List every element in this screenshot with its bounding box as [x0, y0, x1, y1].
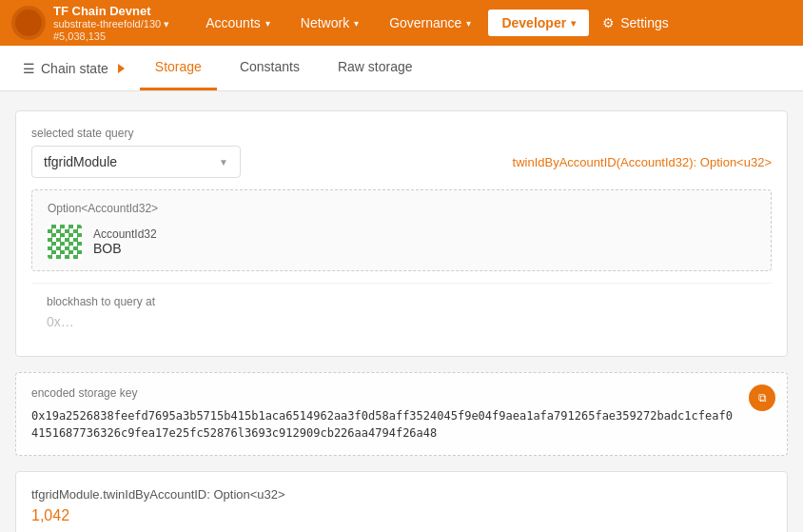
brand-block-num: #5,038,135 [53, 30, 169, 42]
nav-governance[interactable]: Governance ▾ [376, 10, 484, 36]
main-content: selected state query tfgridModule ▼ twin… [0, 91, 803, 532]
encoded-value: 0x19a2526838feefd7695a3b5715b415b1aca651… [31, 407, 772, 442]
subnav-storage[interactable]: Storage [140, 46, 217, 90]
nav-developer[interactable]: Developer ▾ [488, 10, 589, 36]
account-name: BOB [93, 241, 157, 256]
storage-label: Storage [155, 59, 202, 74]
subnav-raw-storage[interactable]: Raw storage [323, 46, 428, 90]
settings-gear-icon: ⚙ [602, 15, 615, 30]
blockhash-section: blockhash to query at 0x… [31, 284, 772, 341]
state-query-inner: selected state query tfgridModule ▼ twin… [16, 111, 787, 356]
blockhash-input[interactable]: 0x… [47, 314, 74, 329]
query-display: twinIdByAccountID(AccountId32): Option<u… [252, 155, 772, 169]
state-query-card: selected state query tfgridModule ▼ twin… [15, 110, 788, 357]
module-select[interactable]: tfgridModule ▼ [31, 146, 241, 178]
result-value: 1,042 [31, 507, 772, 524]
arrow-right-icon [118, 64, 125, 73]
account-row: AccountId32 BOB [48, 225, 755, 259]
accounts-chevron-icon: ▾ [265, 18, 270, 29]
option-section: Option<AccountId32> AccountId32 BOB [31, 189, 772, 271]
developer-chevron-icon: ▾ [571, 18, 576, 29]
chain-state-label: Chain state [41, 61, 108, 76]
nav-items: Accounts ▾ Network ▾ Governance ▾ Develo… [192, 10, 792, 36]
copy-icon: ⧉ [758, 391, 767, 404]
module-select-value: tfgridModule [44, 154, 117, 169]
option-label: Option<AccountId32> [48, 202, 755, 215]
nav-accounts[interactable]: Accounts ▾ [192, 10, 284, 36]
module-select-arrow-icon: ▼ [219, 157, 228, 167]
navbar: TF Chain Devnet substrate-threefold/130 … [0, 0, 803, 46]
raw-storage-label: Raw storage [338, 59, 413, 74]
nav-settings[interactable]: ⚙ Settings [593, 10, 678, 36]
network-chevron-icon: ▾ [354, 18, 359, 29]
select-row: tfgridModule ▼ twinIdByAccountID(Account… [31, 146, 772, 178]
subnav-constants[interactable]: Constants [225, 46, 315, 90]
logo-icon [11, 6, 46, 40]
result-section: tfgridModule.twinIdByAccountID: Option<u… [16, 472, 787, 532]
nav-network[interactable]: Network ▾ [287, 10, 372, 36]
result-query-label: tfgridModule.twinIdByAccountID: Option<u… [31, 487, 772, 502]
governance-chevron-icon: ▾ [466, 18, 471, 29]
constants-label: Constants [240, 59, 300, 74]
account-type: AccountId32 [93, 227, 157, 241]
blockhash-label: blockhash to query at [47, 295, 756, 308]
copy-button[interactable]: ⧉ [749, 384, 775, 411]
result-card: tfgridModule.twinIdByAccountID: Option<u… [15, 471, 788, 532]
brand-info: TF Chain Devnet substrate-threefold/130 … [53, 4, 169, 43]
state-query-label: selected state query [31, 127, 772, 140]
encoded-label: encoded storage key [31, 386, 772, 400]
account-avatar-icon [48, 225, 82, 259]
brand-sub: substrate-threefold/130 ▾ [53, 18, 169, 30]
subnav: ☰ Chain state Storage Constants Raw stor… [0, 46, 803, 91]
account-info: AccountId32 BOB [93, 227, 157, 256]
database-icon: ☰ [23, 61, 35, 76]
brand-name: TF Chain Devnet [53, 4, 169, 19]
encoded-storage-card: encoded storage key 0x19a2526838feefd769… [15, 372, 788, 456]
subnav-chain-state[interactable]: ☰ Chain state [15, 61, 132, 76]
